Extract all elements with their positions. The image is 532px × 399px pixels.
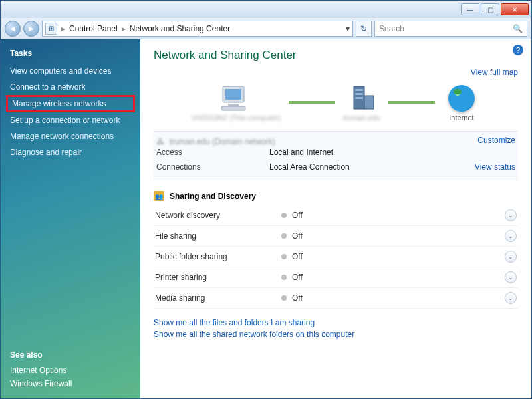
search-icon: 🔍 (513, 24, 523, 33)
view-full-map-link[interactable]: View full map (471, 68, 518, 77)
access-label: Access (156, 148, 269, 157)
back-button[interactable]: ◄ (5, 21, 21, 37)
expand-button[interactable]: ⌄ (505, 292, 517, 304)
map-node-computer: VH2010N2 (This computer) (192, 83, 281, 122)
link-show-folders[interactable]: Show me all the shared network folders o… (154, 329, 518, 340)
status-dot-icon (281, 213, 287, 218)
see-also-heading: See also (10, 350, 131, 360)
share-label: Printer sharing (155, 273, 281, 282)
breadcrumb-network-sharing[interactable]: Network and Sharing Center (130, 24, 230, 33)
share-value: Off (292, 211, 505, 220)
view-status-link[interactable]: View status (475, 162, 515, 172)
share-label: Media sharing (155, 293, 281, 303)
task-setup-connection[interactable]: Set up a connection or network (1, 112, 140, 128)
breadcrumb-sep: ▸ (122, 24, 126, 33)
network-header: 🖧 truman.edu (Domain network) (156, 137, 515, 146)
task-diagnose-repair[interactable]: Diagnose and repair (1, 144, 140, 160)
expand-button[interactable]: ⌄ (505, 271, 517, 283)
share-value: Off (292, 273, 505, 282)
search-input[interactable]: Search 🔍 (374, 21, 527, 37)
search-placeholder: Search (379, 24, 404, 33)
network-name: truman.edu (Domain network) (170, 137, 275, 146)
breadcrumb-sep: ▸ (61, 24, 65, 33)
address-bar[interactable]: ⊞ ▸ Control Panel ▸ Network and Sharing … (42, 21, 353, 37)
address-row: ◄ ► ⊞ ▸ Control Panel ▸ Network and Shar… (1, 18, 531, 39)
status-dot-icon (281, 275, 287, 280)
link-show-files[interactable]: Show me all the files and folders I am s… (154, 317, 518, 329)
see-also-windows-firewall[interactable]: Windows Firewall (10, 377, 131, 390)
refresh-button[interactable]: ↻ (356, 21, 372, 37)
expand-button[interactable]: ⌄ (505, 209, 517, 221)
share-value: Off (292, 252, 505, 261)
share-label: File sharing (155, 231, 281, 241)
expand-button[interactable]: ⌄ (505, 251, 517, 263)
network-info-panel: 🖧 truman.edu (Domain network) Customize … (154, 131, 518, 180)
svg-rect-5 (355, 89, 363, 91)
sharing-heading: 👥 Sharing and Discovery (154, 191, 518, 201)
tasks-heading: Tasks (1, 46, 140, 63)
svg-rect-7 (355, 97, 363, 99)
share-row-public-folder: Public folder sharing Off ⌄ (154, 247, 518, 267)
map-node-domain-label: truman.edu (343, 114, 380, 122)
map-node-internet: Internet (443, 83, 480, 122)
status-dot-icon (281, 233, 287, 239)
see-also-internet-options[interactable]: Internet Options (10, 364, 131, 377)
share-row-media-sharing: Media sharing Off ⌄ (154, 288, 518, 309)
minimize-button[interactable]: — (461, 3, 479, 15)
sharing-icon: 👥 (154, 191, 164, 201)
task-view-computers[interactable]: View computers and devices (1, 63, 140, 79)
task-manage-connections[interactable]: Manage network connections (1, 128, 140, 144)
network-icon: 🖧 (156, 137, 164, 146)
connections-row: Connections Local Area Connection View s… (156, 160, 515, 174)
sidebar: Tasks View computers and devices Connect… (1, 39, 140, 398)
connections-label: Connections (156, 162, 269, 172)
share-row-file-sharing: File sharing Off ⌄ (154, 226, 518, 247)
forward-button[interactable]: ► (23, 21, 39, 37)
svg-rect-6 (355, 93, 363, 95)
access-row: Access Local and Internet (156, 145, 515, 160)
task-connect-network[interactable]: Connect to a network (1, 79, 140, 95)
network-map: VH2010N2 (This computer) truman.edu Inte… (154, 83, 518, 122)
map-node-domain: truman.edu (343, 83, 380, 122)
page-title: Network and Sharing Center (154, 49, 518, 62)
control-panel-icon: ⊞ (45, 23, 57, 35)
access-value: Local and Internet (269, 148, 515, 157)
computer-icon (217, 83, 255, 114)
map-node-computer-label: VH2010N2 (This computer) (192, 114, 281, 122)
svg-rect-1 (225, 89, 241, 100)
globe-icon (443, 83, 480, 114)
expand-button[interactable]: ⌄ (505, 230, 517, 242)
body: Tasks View computers and devices Connect… (1, 39, 531, 398)
content-area: ? Network and Sharing Center View full m… (140, 39, 531, 398)
help-icon[interactable]: ? (513, 45, 523, 55)
server-icon (343, 83, 380, 114)
svg-rect-8 (364, 96, 374, 109)
share-row-network-discovery: Network discovery Off ⌄ (154, 205, 518, 226)
maximize-button[interactable]: ▢ (481, 3, 499, 15)
close-button[interactable]: ✕ (501, 3, 529, 15)
status-dot-icon (281, 295, 287, 301)
share-label: Network discovery (155, 211, 281, 220)
status-dot-icon (281, 254, 287, 259)
breadcrumb-control-panel[interactable]: Control Panel (69, 24, 118, 33)
map-connection-line (289, 101, 335, 104)
svg-rect-2 (228, 104, 239, 106)
task-manage-wireless[interactable]: Manage wireless networks (6, 95, 135, 112)
sharing-heading-label: Sharing and Discovery (170, 192, 256, 201)
share-label: Public folder sharing (155, 252, 281, 261)
footer-links: Show me all the files and folders I am s… (154, 317, 518, 340)
map-connection-line (388, 101, 435, 104)
connections-value: Local Area Connection (269, 162, 475, 172)
svg-rect-3 (221, 106, 245, 110)
titlebar: — ▢ ✕ (1, 1, 531, 18)
map-node-internet-label: Internet (449, 114, 473, 122)
share-value: Off (292, 293, 505, 303)
share-row-printer-sharing: Printer sharing Off ⌄ (154, 267, 518, 288)
see-also: See also Internet Options Windows Firewa… (1, 345, 140, 390)
window-frame: — ▢ ✕ ◄ ► ⊞ ▸ Control Panel ▸ Network an… (0, 0, 532, 399)
share-value: Off (292, 231, 505, 241)
address-dropdown-icon[interactable]: ▾ (346, 24, 350, 33)
